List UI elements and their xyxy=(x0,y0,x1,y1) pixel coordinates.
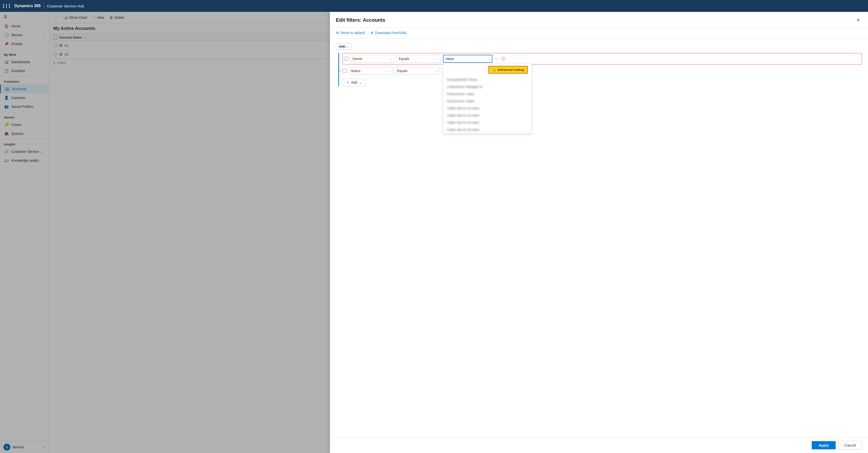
filter-checkbox-2[interactable] xyxy=(342,69,346,73)
filter-group: Owner ⌄ Equals ⌄ Value ⌄ xyxy=(338,53,862,86)
field-chevron-status: ⌄ xyxy=(389,70,391,72)
reset-button[interactable]: ⚙ Reset to default xyxy=(336,30,365,36)
and-badge[interactable]: AND ⌄ xyxy=(336,43,351,50)
field-select-status[interactable]: Status ⌄ xyxy=(348,67,393,75)
operator-chevron-owner: ⌄ xyxy=(437,58,439,60)
value-container-owner: Value ⌄ 🔍 Advanced lookup Accopt xyxy=(443,55,492,63)
app-name: Customer Service Hub xyxy=(47,4,84,8)
modal-header: Edit filters: Accounts ✕ xyxy=(330,12,868,27)
value-select-owner[interactable]: Value ⌄ xyxy=(443,55,492,63)
filter-error-icon: ⓘ xyxy=(501,56,505,62)
field-select-owner[interactable]: Owner ⌄ xyxy=(350,55,395,63)
top-bar: Dynamics 365 Customer Service Hub xyxy=(0,0,868,12)
modal-close-button[interactable]: ✕ xyxy=(855,16,862,24)
suggestion-item[interactable]: Accopted1000 Thena xyxy=(443,76,532,83)
suggestion-item[interactable]: I Elder Sat Ion At Istein xyxy=(443,105,532,112)
operator-value-owner: Equals xyxy=(399,57,435,61)
modal-panel: Edit filters: Accounts ✕ ⚙ Reset to defa… xyxy=(330,12,868,453)
modal-title: Edit filters: Accounts xyxy=(336,17,385,23)
add-icon: ＋ xyxy=(346,80,350,85)
download-label: Download FetchXML xyxy=(375,31,407,35)
download-fetchxml-button[interactable]: ⬇ Download FetchXML xyxy=(371,30,407,36)
suggestion-item[interactable]: I Elder Sat Ion At Istein xyxy=(443,112,532,119)
suggestion-item[interactable]: Francement+ Istein xyxy=(443,98,532,105)
modal-toolbar: ⚙ Reset to default ⬇ Download FetchXML xyxy=(330,27,868,38)
suggestion-item[interactable]: I Elder Sat Ion At Istein xyxy=(443,126,532,133)
operator-select-owner[interactable]: Equals ⌄ xyxy=(397,55,441,63)
value-chevron-owner: ⌄ xyxy=(488,58,490,60)
operator-value-status: Equals xyxy=(397,69,433,73)
brand-name: Dynamics 365 xyxy=(14,4,41,8)
operator-chevron-status: ⌄ xyxy=(435,70,437,72)
add-label: Add xyxy=(351,80,357,85)
reset-label: Reset to default xyxy=(341,31,365,35)
field-value-owner: Owner xyxy=(352,57,389,61)
advanced-lookup-button[interactable]: 🔍 Advanced lookup xyxy=(489,66,527,73)
add-button[interactable]: ＋ Add ⌄ xyxy=(342,79,366,86)
suggestion-item[interactable]: I hada Bourn Adodgein iti xyxy=(443,83,532,90)
advanced-lookup-label: Advanced lookup xyxy=(497,68,524,72)
suggestion-item[interactable]: I Elder Sat Ion At Istein xyxy=(443,119,532,126)
add-button-container: ＋ Add ⌄ xyxy=(342,79,862,86)
filter-row-owner: Owner ⌄ Equals ⌄ Value ⌄ xyxy=(342,53,862,64)
advanced-lookup-icon: 🔍 xyxy=(492,68,496,72)
modal-body: AND ⌄ Owner ⌄ Equals ⌄ xyxy=(330,38,868,437)
suggestion-item[interactable]: Francement+ Istein xyxy=(443,90,532,98)
modal-overlay: Edit filters: Accounts ✕ ⚙ Reset to defa… xyxy=(0,12,868,453)
apply-button[interactable]: Apply xyxy=(812,441,836,449)
and-label: AND xyxy=(339,45,345,48)
add-chevron: ⌄ xyxy=(359,80,362,85)
filter-row-more-button[interactable]: ··· xyxy=(494,56,500,62)
and-chevron: ⌄ xyxy=(346,45,348,48)
cancel-button[interactable]: Cancel xyxy=(838,441,862,450)
field-chevron-owner: ⌄ xyxy=(391,58,393,60)
app-grid-icon[interactable] xyxy=(3,4,11,8)
filter-checkbox-1[interactable] xyxy=(344,57,348,61)
reset-icon: ⚙ xyxy=(336,31,339,35)
modal-footer: Apply Cancel xyxy=(330,437,868,453)
filter-row-status: Status ⌄ Equals ⌄ xyxy=(342,67,862,75)
field-value-status: Status xyxy=(351,69,387,73)
suggestions-dropdown: 🔍 Advanced lookup Accopted1000 Thena I h… xyxy=(443,63,532,134)
value-text-owner: Value xyxy=(445,57,486,61)
operator-select-status[interactable]: Equals ⌄ xyxy=(395,67,439,75)
download-icon: ⬇ xyxy=(371,31,374,35)
